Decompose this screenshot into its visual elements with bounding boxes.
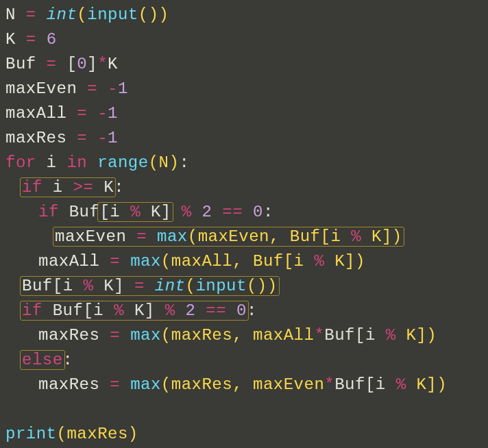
code-line: else:	[5, 348, 483, 373]
blank-line	[5, 397, 483, 422]
code-line: if Buf[i % K] % 2 == 0:	[5, 200, 483, 225]
highlight-box: Buf[i % K] = int(input())	[20, 276, 280, 296]
code-line: if i >= K:	[5, 175, 483, 200]
code-line: maxRes = max(maxRes, maxEven*Buf[i % K])	[5, 373, 483, 397]
highlight-box: maxEven = max(maxEven, Buf[i % K])	[53, 227, 404, 247]
code-line: maxRes = max(maxRes, maxAll*Buf[i % K])	[5, 323, 483, 348]
code-line: print(maxRes)	[5, 422, 483, 447]
code-line: maxRes = -1	[5, 126, 483, 151]
code-line: maxAll = max(maxAll, Buf[i % K])	[5, 249, 483, 274]
code-line: Buf = [0]*K	[5, 52, 483, 77]
code-line: maxEven = -1	[5, 77, 483, 101]
code-line: Buf[i % K] = int(input())	[5, 274, 483, 299]
code-line: maxAll = -1	[5, 101, 483, 126]
code-line: K = 6	[5, 27, 483, 52]
code-line: if Buf[i % K] % 2 == 0:	[5, 299, 483, 323]
code-line: for i in range(N):	[5, 151, 483, 175]
code-line: maxEven = max(maxEven, Buf[i % K])	[5, 225, 483, 249]
highlight-box: if Buf[i % K] % 2 == 0	[20, 301, 249, 321]
highlight-box: else	[20, 350, 65, 370]
code-editor[interactable]: N = int(input()) K = 6 Buf = [0]*K maxEv…	[0, 0, 488, 448]
highlight-box: if i >= K	[20, 177, 116, 197]
highlight-box: [i % K]	[97, 202, 173, 222]
code-line: N = int(input())	[5, 3, 483, 27]
